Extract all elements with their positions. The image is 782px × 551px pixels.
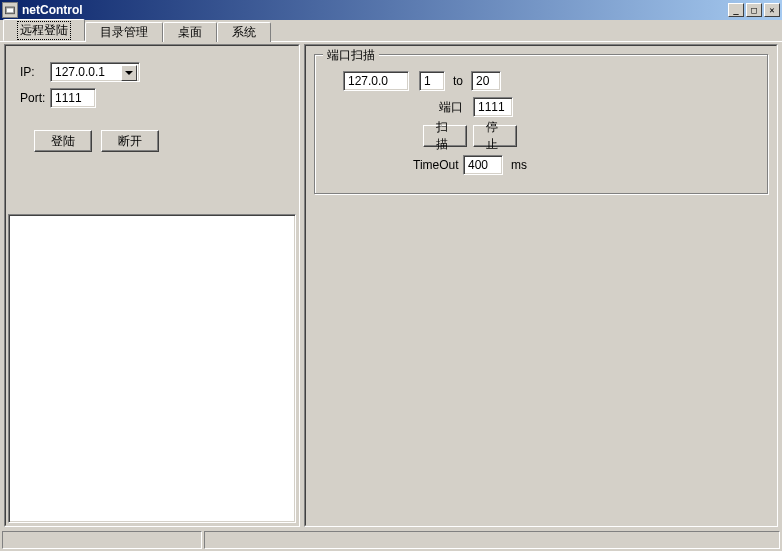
- tab-system[interactable]: 系统: [217, 22, 271, 42]
- port-label: 端口: [439, 99, 469, 116]
- stop-button[interactable]: 停止: [473, 125, 517, 147]
- maximize-button[interactable]: □: [746, 3, 762, 17]
- chevron-down-icon[interactable]: [121, 65, 137, 81]
- status-pane-1: [2, 531, 202, 549]
- status-bar: [0, 529, 782, 551]
- minimize-button[interactable]: _: [728, 3, 744, 17]
- timeout-label: TimeOut: [413, 158, 463, 172]
- port-input[interactable]: 1111: [50, 88, 96, 108]
- window-title: netControl: [22, 3, 728, 17]
- scan-button[interactable]: 扫描: [423, 125, 467, 147]
- ip-combo[interactable]: 127.0.0.1: [50, 62, 140, 82]
- left-panel: IP: 127.0.0.1 Port: 1111 登陆 断开: [4, 44, 300, 527]
- tab-strip: 远程登陆 目录管理 桌面 系统: [0, 20, 782, 42]
- tab-remote-login[interactable]: 远程登陆: [3, 19, 85, 41]
- close-button[interactable]: ✕: [764, 3, 780, 17]
- port-label: Port:: [20, 91, 50, 105]
- tab-desktop[interactable]: 桌面: [163, 22, 217, 42]
- scan-ip-input[interactable]: 127.0.0: [343, 71, 409, 91]
- tab-directory-management[interactable]: 目录管理: [85, 22, 163, 42]
- port-scan-group: 端口扫描 127.0.0 1 to 20 端口 1111 扫描 停止 TimeO…: [314, 54, 768, 194]
- scan-port-to-input[interactable]: 20: [471, 71, 501, 91]
- right-panel: 端口扫描 127.0.0 1 to 20 端口 1111 扫描 停止 TimeO…: [304, 44, 778, 527]
- log-listbox[interactable]: [8, 214, 296, 523]
- port-value: 1111: [55, 91, 82, 105]
- login-button[interactable]: 登陆: [34, 130, 92, 152]
- disconnect-button[interactable]: 断开: [101, 130, 159, 152]
- port-scan-legend: 端口扫描: [323, 47, 379, 64]
- to-label: to: [453, 74, 463, 88]
- status-pane-2: [204, 531, 780, 549]
- timeout-input[interactable]: 400: [463, 155, 503, 175]
- app-icon: [2, 2, 18, 18]
- svg-rect-1: [7, 9, 13, 13]
- timeout-unit: ms: [511, 158, 527, 172]
- title-bar: netControl _ □ ✕: [0, 0, 782, 20]
- scan-port-input[interactable]: 1111: [473, 97, 513, 117]
- ip-label: IP:: [20, 65, 50, 79]
- scan-port-from-input[interactable]: 1: [419, 71, 445, 91]
- ip-value: 127.0.0.1: [55, 65, 105, 79]
